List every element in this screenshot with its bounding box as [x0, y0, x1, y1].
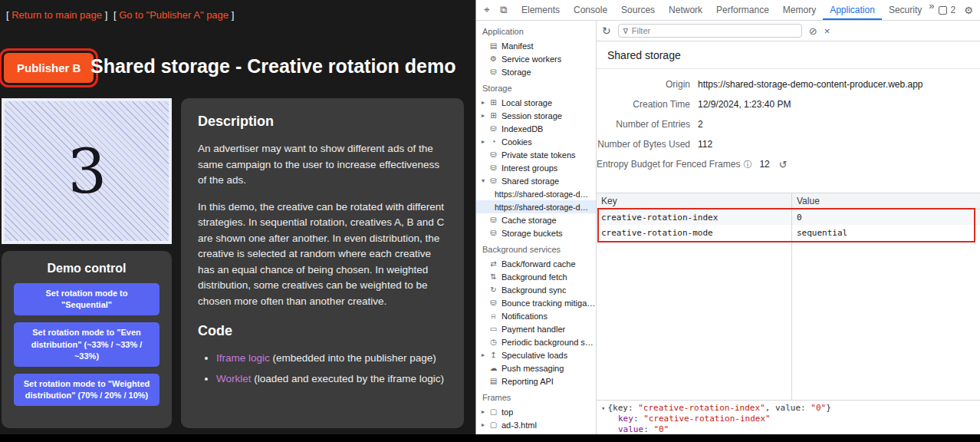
- set-rotation-sequential-button[interactable]: Set rotation mode to "Sequential": [14, 283, 159, 315]
- description-panel: Description An advertiser may want to sh…: [181, 98, 464, 428]
- top-nav: [ Return to main page ] [ Go to "Publish…: [6, 9, 237, 21]
- tabbar-left-icons: [476, 0, 515, 20]
- key-value-grid: Key Value creative-rotation-index 0 crea…: [597, 193, 980, 400]
- sidebar-item-cache-storage[interactable]: Cache storage: [476, 213, 596, 226]
- background-sync-icon: [488, 285, 498, 294]
- database-icon: [488, 163, 498, 172]
- sidebar-item-push-messaging[interactable]: Push messaging: [476, 361, 596, 374]
- tab-network[interactable]: Network: [662, 0, 709, 20]
- bullet-text: (loaded and executed by the iframe logic…: [252, 373, 444, 384]
- sidebar-item-manifest[interactable]: Manifest: [476, 39, 596, 52]
- inspect-element-icon[interactable]: [478, 4, 495, 16]
- filter-funnel-icon: [623, 25, 628, 36]
- tab-sources[interactable]: Sources: [614, 0, 662, 20]
- chevron-down-icon[interactable]: ▾: [482, 177, 488, 184]
- refresh-icon[interactable]: [602, 25, 611, 37]
- chevron-right-icon[interactable]: ▸: [482, 99, 488, 106]
- issues-count: 2: [950, 5, 955, 15]
- database-icon: [488, 229, 498, 237]
- publisher-b-badge[interactable]: Publisher B: [4, 53, 94, 83]
- table-icon: [488, 98, 498, 107]
- tab-console[interactable]: Console: [567, 0, 614, 20]
- sidebar-item-shared-storage-origin-2[interactable]: https://shared-storage-d…: [476, 200, 596, 213]
- sidebar-item-periodic-background-sync[interactable]: Periodic background s…: [476, 335, 596, 348]
- info-icon[interactable]: [743, 160, 751, 169]
- more-tabs-icon[interactable]: [929, 0, 934, 20]
- chevron-right-icon[interactable]: ▸: [482, 351, 488, 358]
- entry-preview-pane: ▾{key: "creative-rotation-index", value:…: [597, 400, 980, 434]
- database-icon: [488, 299, 498, 307]
- table-row-creative-rotation-mode[interactable]: creative-rotation-mode sequential: [597, 225, 980, 240]
- iframe-logic-link[interactable]: Iframe logic: [216, 352, 270, 364]
- sidebar-item-cookies[interactable]: ▸Cookies: [476, 135, 596, 148]
- sidebar-item-interest-groups[interactable]: Interest groups: [476, 161, 596, 174]
- description-paragraph-2: In this demo, the creative can be rotate…: [198, 200, 447, 310]
- sidebar-item-shared-storage-origin-1[interactable]: https://shared-storage-d…: [476, 187, 596, 200]
- storage-database-icon: [488, 68, 498, 76]
- bottom-black-bar: [0, 434, 980, 442]
- sidebar-item-frame-top[interactable]: ▸top: [476, 405, 596, 418]
- sidebar-item-reporting-api[interactable]: Reporting API: [476, 374, 596, 388]
- settings-gear-icon[interactable]: [960, 5, 977, 16]
- issues-icon: [939, 6, 947, 15]
- publisher-page: [ Return to main page ] [ Go to "Publish…: [0, 0, 475, 434]
- payment-card-icon: [488, 325, 498, 333]
- sidebar-item-service-workers[interactable]: Service workers: [476, 52, 596, 65]
- tab-elements[interactable]: Elements: [515, 0, 567, 20]
- list-item: Worklet (loaded and executed by the ifra…: [216, 371, 447, 388]
- worklet-link[interactable]: Worklet: [216, 373, 252, 384]
- filter-input[interactable]: [632, 26, 797, 35]
- kebab-menu-icon[interactable]: [977, 5, 980, 16]
- sidebar-item-payment-handler[interactable]: Payment handler: [476, 322, 596, 335]
- screen: [ Return to main page ] [ Go to "Publish…: [0, 0, 980, 442]
- sidebar-item-shared-storage[interactable]: ▾Shared storage: [476, 174, 596, 187]
- tab-memory[interactable]: Memory: [776, 0, 823, 20]
- expand-triangle-icon[interactable]: ▾: [601, 404, 605, 412]
- sidebar-item-back-forward-cache[interactable]: Back/forward cache: [476, 257, 596, 270]
- sidebar-item-notifications[interactable]: Notifications: [476, 309, 596, 322]
- sidebar-item-session-storage[interactable]: ▸Session storage: [476, 109, 596, 122]
- go-to-publisher-a-link[interactable]: Go to "Publisher A" page: [119, 9, 229, 21]
- database-icon: [488, 176, 498, 185]
- issues-count-badge[interactable]: 2: [934, 5, 960, 15]
- set-rotation-even-distribution-button[interactable]: Set rotation mode to "Even distribution"…: [14, 322, 159, 367]
- tab-security[interactable]: Security: [882, 0, 929, 20]
- reset-budget-icon[interactable]: [779, 159, 788, 170]
- column-header-key[interactable]: Key: [597, 193, 792, 209]
- return-to-main-page-link[interactable]: Return to main page: [12, 9, 102, 21]
- list-item: Iframe logic (embedded into the publishe…: [216, 351, 447, 367]
- nav-link-return-wrap: [ Return to main page ]: [6, 9, 107, 21]
- preview-value-line: value: "0": [601, 424, 977, 434]
- chevron-right-icon[interactable]: ▸: [482, 138, 488, 145]
- column-header-value[interactable]: Value: [792, 193, 980, 209]
- sidebar-item-bounce-tracking-mitigations[interactable]: Bounce tracking mitiga…: [476, 296, 596, 309]
- database-icon: [488, 150, 498, 159]
- bell-icon: [488, 312, 498, 321]
- tab-performance[interactable]: Performance: [709, 0, 776, 20]
- chevron-right-icon[interactable]: ▸: [482, 408, 488, 415]
- sidebar-item-local-storage[interactable]: ▸Local storage: [476, 96, 596, 109]
- set-rotation-weighted-distribution-button[interactable]: Set rotation mode to "Weighted distribut…: [14, 374, 159, 406]
- sidebar-item-indexeddb[interactable]: IndexedDB: [476, 122, 596, 135]
- sidebar-item-storage[interactable]: Storage: [476, 65, 596, 78]
- frame-icon: [488, 407, 498, 416]
- sidebar-section-header-background-services: Background services: [476, 239, 596, 257]
- manifest-document-icon: [488, 41, 498, 50]
- table-icon: [488, 111, 498, 120]
- sidebar-item-speculative-loads[interactable]: ▸Speculative loads: [476, 348, 596, 361]
- table-row-creative-rotation-index[interactable]: creative-rotation-index 0: [597, 209, 980, 225]
- tab-application[interactable]: Application: [823, 0, 882, 20]
- sidebar-item-frame-ad-3[interactable]: ▸ad-3.html: [476, 418, 596, 431]
- sidebar-item-private-state-tokens[interactable]: Private state tokens: [476, 148, 596, 161]
- devtools-tabbar: Elements Console Sources Network Perform…: [476, 0, 980, 21]
- device-toolbar-icon[interactable]: [495, 4, 512, 16]
- report-row-origin: Originhttps://shared-storage-demo-conten…: [597, 74, 980, 94]
- chevron-right-icon[interactable]: ▸: [482, 112, 488, 119]
- sidebar-item-background-sync[interactable]: Background sync: [476, 283, 596, 296]
- metadata-report: Originhttps://shared-storage-demo-conten…: [597, 69, 980, 174]
- chevron-right-icon[interactable]: ▸: [482, 421, 488, 428]
- clear-all-icon[interactable]: [809, 25, 817, 37]
- sidebar-item-storage-buckets[interactable]: Storage buckets: [476, 226, 596, 239]
- close-filter-icon[interactable]: [824, 25, 830, 37]
- sidebar-item-background-fetch[interactable]: Background fetch: [476, 270, 596, 283]
